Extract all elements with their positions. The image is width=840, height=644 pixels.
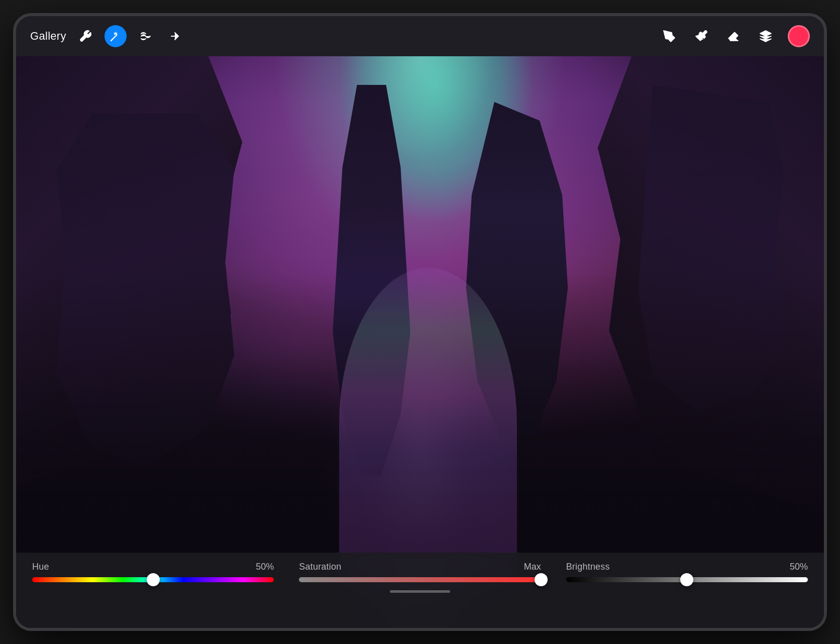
- brightness-value: 50%: [790, 562, 808, 572]
- brightness-slider-header: Brightness 50%: [566, 562, 808, 572]
- eraser-button[interactable]: [723, 26, 744, 46]
- hue-slider-track[interactable]: [32, 577, 274, 582]
- river: [339, 268, 517, 582]
- hue-label: Hue: [32, 562, 49, 572]
- pen-nib-icon: [663, 30, 676, 43]
- hue-thumb[interactable]: [147, 573, 160, 586]
- paintbrush-button[interactable]: [691, 26, 711, 46]
- layers-button[interactable]: [756, 26, 776, 46]
- brightness-thumb[interactable]: [680, 573, 693, 586]
- transform-button[interactable]: [165, 26, 185, 46]
- settings-button[interactable]: [75, 26, 95, 46]
- transform-icon: [169, 30, 181, 42]
- top-bar: Gallery: [16, 16, 824, 56]
- device-frame: Gallery: [13, 13, 827, 631]
- gallery-button[interactable]: Gallery: [30, 30, 66, 43]
- canvas-area[interactable]: Hue 50% Saturation Max: [16, 56, 824, 628]
- smudge-icon: [140, 30, 152, 42]
- hue-slider-group: Hue 50%: [32, 562, 274, 582]
- pen-button[interactable]: [659, 26, 679, 46]
- eraser-icon: [727, 30, 740, 43]
- hue-slider-header: Hue 50%: [32, 562, 274, 572]
- hue-value: 50%: [256, 562, 274, 572]
- svg-line-0: [111, 35, 117, 41]
- controls-panel: Hue 50% Saturation Max: [16, 553, 824, 628]
- sliders-row: Hue 50% Saturation Max: [32, 562, 808, 582]
- layers-icon: [759, 30, 772, 43]
- svg-marker-3: [760, 31, 771, 36]
- wrench-icon: [79, 30, 92, 43]
- saturation-slider-track[interactable]: [299, 577, 541, 582]
- brightness-slider-track[interactable]: [566, 577, 808, 582]
- magic-wand-icon: [110, 31, 121, 42]
- svg-point-2: [668, 35, 670, 37]
- saturation-value: Max: [524, 562, 541, 572]
- paintbrush-icon: [695, 30, 708, 43]
- home-indicator: [390, 590, 450, 593]
- saturation-slider-group: Saturation Max: [299, 562, 541, 582]
- top-bar-right: [659, 25, 810, 47]
- color-picker-button[interactable]: [788, 25, 810, 47]
- saturation-label: Saturation: [299, 562, 341, 572]
- magic-wand-button[interactable]: [104, 25, 127, 47]
- artwork: [16, 56, 824, 628]
- saturation-slider-header: Saturation Max: [299, 562, 541, 572]
- brightness-label: Brightness: [566, 562, 610, 572]
- top-bar-left: Gallery: [30, 25, 185, 47]
- smudge-button[interactable]: [136, 26, 156, 46]
- brightness-slider-group: Brightness 50%: [566, 562, 808, 582]
- saturation-thumb[interactable]: [535, 573, 548, 586]
